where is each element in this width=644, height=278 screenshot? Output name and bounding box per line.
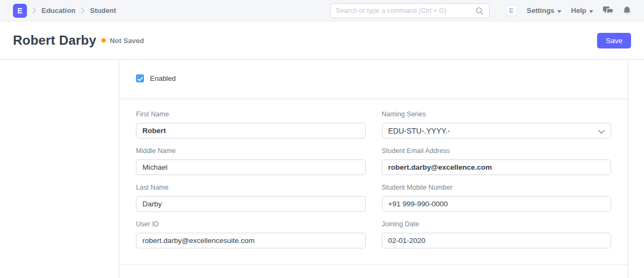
form-layout: Enabled First Name Naming Series EDU-STU… [119, 60, 628, 278]
first-name-label: First Name [136, 110, 366, 119]
avatar[interactable]: E [506, 5, 517, 16]
chevron-right-icon [32, 8, 36, 13]
chat-bubbles-icon[interactable] [603, 6, 613, 15]
field-joining-date: Joining Date [382, 220, 612, 248]
page-title: Robert Darby [13, 33, 96, 48]
not-saved-indicator-dot [101, 38, 106, 43]
field-user-id: User ID [136, 220, 366, 248]
middle-name-input[interactable] [136, 159, 366, 175]
caret-down-icon [589, 6, 593, 15]
chevron-right-icon [81, 8, 85, 13]
search-icon [475, 6, 484, 15]
field-middle-name: Middle Name [136, 147, 366, 175]
save-button[interactable]: Save [597, 33, 631, 48]
search-input[interactable] [336, 7, 475, 15]
help-label: Help [571, 6, 586, 15]
user-id-label: User ID [136, 220, 366, 228]
form-section-details: First Name Naming Series EDU-STU-.YYYY.-… [119, 99, 628, 265]
naming-series-label: Naming Series [382, 110, 612, 119]
navbar-actions: E Settings Help [506, 5, 631, 16]
middle-name-label: Middle Name [136, 147, 366, 155]
naming-series-select[interactable]: EDU-STU-.YYYY.- [382, 123, 612, 138]
breadcrumb-item-student[interactable]: Student [90, 6, 116, 15]
student-email-label: Student Email Address [382, 147, 612, 155]
enabled-checkbox-row[interactable]: Enabled [136, 74, 611, 82]
page-header: Robert Darby Not Saved Save [0, 22, 644, 60]
field-last-name: Last Name [136, 184, 366, 212]
settings-menu[interactable]: Settings [527, 6, 561, 15]
user-id-input[interactable] [136, 233, 366, 248]
field-mobile-number: Student Mobile Number [382, 184, 612, 212]
chevron-down-icon [598, 127, 605, 135]
mobile-number-label: Student Mobile Number [382, 184, 612, 192]
form-section-enabled: Enabled [119, 60, 628, 99]
help-menu[interactable]: Help [571, 6, 593, 15]
last-name-input[interactable] [136, 196, 366, 212]
form-section-next [119, 265, 628, 278]
settings-label: Settings [527, 6, 554, 15]
naming-series-value: EDU-STU-.YYYY.- [388, 127, 450, 135]
joining-date-input[interactable] [382, 233, 612, 248]
app-logo[interactable]: E [13, 4, 27, 18]
navbar: E Education Student E Settings [0, 0, 644, 22]
checkmark-icon [138, 74, 143, 84]
field-naming-series: Naming Series EDU-STU-.YYYY.- [382, 110, 612, 138]
breadcrumb: E Education Student [13, 4, 116, 18]
app-window: E Education Student E Settings [0, 0, 644, 278]
breadcrumb-item-education[interactable]: Education [42, 6, 76, 15]
caret-down-icon [557, 6, 561, 15]
enabled-checkbox-label: Enabled [150, 74, 176, 82]
global-search[interactable] [330, 3, 490, 18]
student-email-input[interactable] [382, 159, 612, 175]
mobile-number-input[interactable] [382, 196, 612, 212]
enabled-checkbox[interactable] [136, 74, 144, 82]
field-first-name: First Name [136, 110, 366, 138]
status-badge: Not Saved [109, 37, 144, 45]
first-name-input[interactable] [136, 123, 366, 138]
bell-icon[interactable] [623, 6, 631, 15]
last-name-label: Last Name [136, 184, 366, 192]
joining-date-label: Joining Date [382, 220, 612, 228]
field-student-email: Student Email Address [382, 147, 612, 175]
